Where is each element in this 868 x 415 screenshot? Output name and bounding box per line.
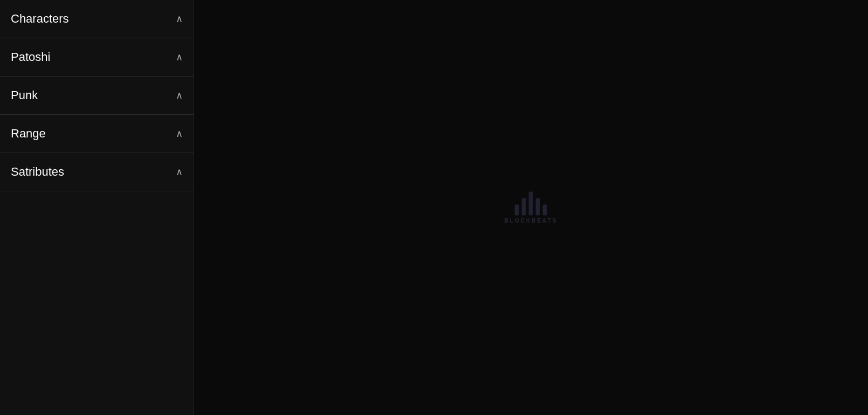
sidebar-item-characters[interactable]: Characters∧ [0,0,194,38]
watermark-bar [522,198,526,216]
chevron-up-icon: ∧ [176,13,183,25]
watermark-bar [536,198,540,216]
watermark-bar [515,205,519,216]
sidebar-item-punk[interactable]: Punk∧ [0,77,194,115]
watermark-bars [515,192,547,216]
main-content: BLOCKBEATS [194,0,868,415]
sidebar-item-satributes[interactable]: Satributes∧ [0,153,194,191]
chevron-up-icon: ∧ [176,128,183,140]
sidebar-label-punk: Punk [11,88,38,102]
chevron-up-icon: ∧ [176,51,183,63]
chevron-up-icon: ∧ [176,89,183,101]
sidebar-label-satributes: Satributes [11,165,64,179]
chevron-up-icon: ∧ [176,166,183,178]
sidebar-label-characters: Characters [11,12,69,26]
sidebar-label-range: Range [11,127,46,141]
watermark-label: BLOCKBEATS [505,218,558,224]
sidebar-item-patoshi[interactable]: Patoshi∧ [0,38,194,77]
sidebar: Characters∧Patoshi∧Punk∧Range∧Satributes… [0,0,194,415]
watermark: BLOCKBEATS [505,192,558,224]
watermark-bar [543,205,547,216]
sidebar-label-patoshi: Patoshi [11,50,50,64]
sidebar-item-range[interactable]: Range∧ [0,115,194,153]
watermark-bar [529,192,533,216]
